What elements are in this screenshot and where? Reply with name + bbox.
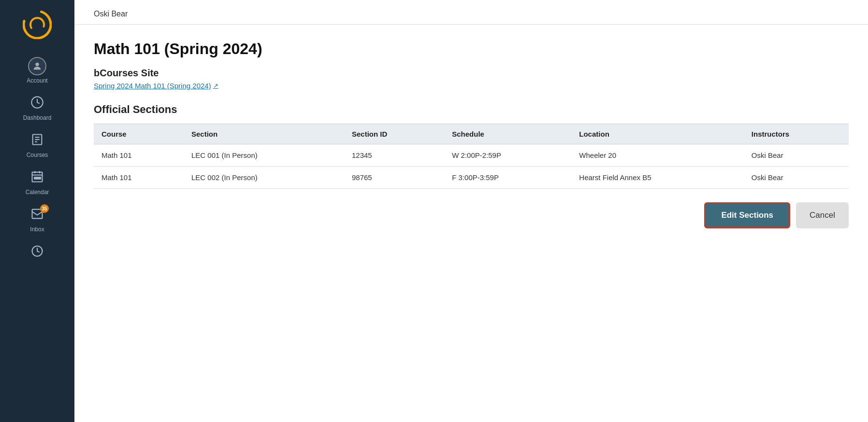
bcourses-link[interactable]: Spring 2024 Math 101 (Spring 2024) ↗ [94, 82, 218, 90]
sidebar-item-calendar[interactable]: Calendar [0, 164, 74, 201]
cell-course: Math 101 [94, 167, 184, 189]
sidebar-item-inbox[interactable]: 35 Inbox [0, 201, 74, 239]
col-schedule: Schedule [444, 124, 571, 144]
sidebar-dashboard-label: Dashboard [23, 114, 52, 121]
sidebar-calendar-label: Calendar [26, 189, 49, 196]
sidebar-account-label: Account [27, 77, 47, 84]
clock-icon [30, 244, 44, 261]
svg-point-0 [23, 10, 52, 39]
svg-rect-12 [34, 177, 36, 179]
sidebar: Account Dashboard Courses [0, 0, 74, 422]
col-section-id: Section ID [344, 124, 444, 144]
content-area: Math 101 (Spring 2024) bCourses Site Spr… [74, 25, 868, 244]
table-header-row: Course Section Section ID Schedule Locat… [94, 124, 849, 144]
cell-section_id: 12345 [344, 144, 444, 167]
page-title: Math 101 (Spring 2024) [94, 40, 849, 58]
edit-sections-button[interactable]: Edit Sections [704, 202, 790, 228]
svg-rect-13 [37, 177, 39, 179]
external-link-icon: ↗ [213, 82, 218, 89]
col-instructors: Instructors [744, 124, 849, 144]
col-course: Course [94, 124, 184, 144]
footer-actions: Edit Sections Cancel [94, 193, 849, 228]
sidebar-item-dashboard[interactable]: Dashboard [0, 90, 74, 127]
cell-section: LEC 001 (In Person) [184, 144, 344, 167]
cell-schedule: W 2:00P-2:59P [444, 144, 571, 167]
col-section: Section [184, 124, 344, 144]
cell-section: LEC 002 (In Person) [184, 167, 344, 189]
main-content: Oski Bear Math 101 (Spring 2024) bCourse… [74, 0, 868, 422]
svg-rect-14 [39, 177, 41, 179]
svg-point-1 [28, 15, 46, 34]
sidebar-item-courses[interactable]: Courses [0, 127, 74, 164]
inbox-icon-wrapper: 35 [30, 207, 44, 224]
cell-schedule: F 3:00P-3:59P [444, 167, 571, 189]
sidebar-inbox-label: Inbox [30, 226, 44, 233]
col-location: Location [571, 124, 744, 144]
inbox-badge: 35 [40, 204, 49, 213]
cell-location: Wheeler 20 [571, 144, 744, 167]
svg-point-2 [35, 63, 39, 66]
cell-location: Hearst Field Annex B5 [571, 167, 744, 189]
cancel-button[interactable]: Cancel [796, 202, 849, 228]
sidebar-item-account[interactable]: Account [0, 51, 74, 90]
app-logo[interactable] [20, 8, 54, 42]
sections-table: Course Section Section ID Schedule Locat… [94, 124, 849, 189]
main-header: Oski Bear [74, 0, 868, 25]
table-row: Math 101LEC 001 (In Person)12345W 2:00P-… [94, 144, 849, 167]
official-sections-title: Official Sections [94, 103, 849, 116]
cell-instructors: Oski Bear [744, 144, 849, 167]
bcourses-link-text: Spring 2024 Math 101 (Spring 2024) [94, 82, 211, 90]
account-avatar-icon [28, 57, 46, 75]
bcourses-heading: bCourses Site [94, 68, 849, 79]
calendar-icon [30, 170, 44, 187]
table-row: Math 101LEC 002 (In Person)98765F 3:00P-… [94, 167, 849, 189]
sidebar-item-history[interactable] [0, 239, 74, 269]
cell-section_id: 98765 [344, 167, 444, 189]
user-name: Oski Bear [94, 10, 128, 18]
cell-instructors: Oski Bear [744, 167, 849, 189]
courses-icon [30, 133, 44, 150]
cell-course: Math 101 [94, 144, 184, 167]
dashboard-icon [30, 96, 44, 113]
sidebar-courses-label: Courses [27, 152, 48, 158]
